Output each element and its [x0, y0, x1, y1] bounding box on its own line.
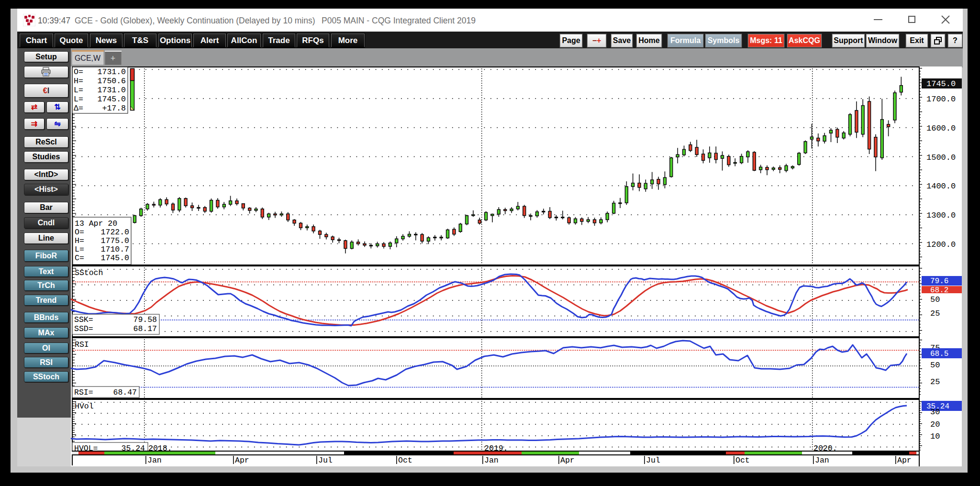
svg-text:Apr: Apr: [897, 456, 912, 465]
svg-text:Apr: Apr: [560, 456, 575, 465]
svg-text:68.5: 68.5: [930, 350, 948, 358]
svg-text:+: +: [111, 54, 116, 63]
svg-text:GCE,W: GCE,W: [75, 54, 101, 62]
svg-text:1722.0: 1722.0: [101, 228, 129, 237]
svg-text:Oct: Oct: [735, 456, 750, 465]
svg-text:C=: C=: [75, 254, 84, 263]
svg-text:H=: H=: [74, 77, 83, 86]
svg-text:SSD=: SSD=: [74, 324, 93, 333]
svg-text:1400.0: 1400.0: [926, 182, 956, 191]
svg-text:50: 50: [930, 295, 940, 304]
svg-text:RSI: RSI: [75, 340, 89, 349]
svg-text:68.17: 68.17: [133, 324, 157, 333]
svg-text:Jul: Jul: [318, 456, 333, 465]
svg-text:1745.0: 1745.0: [926, 79, 956, 88]
svg-text:+17.8: +17.8: [102, 104, 126, 113]
svg-text:79.58: 79.58: [133, 315, 157, 324]
svg-text:1710.7: 1710.7: [101, 245, 129, 254]
svg-text:25: 25: [930, 309, 940, 318]
svg-text:1731.0: 1731.0: [98, 86, 126, 95]
svg-text:1731.0: 1731.0: [98, 67, 126, 77]
svg-text:HVol: HVol: [75, 402, 94, 411]
svg-text:20: 20: [930, 420, 940, 429]
svg-text:1745.0: 1745.0: [98, 95, 126, 104]
svg-text:50: 50: [930, 361, 940, 370]
svg-text:1200.0: 1200.0: [926, 240, 956, 249]
svg-text:Jan: Jan: [484, 456, 499, 465]
svg-text:30: 30: [930, 408, 940, 417]
svg-text:1775.0: 1775.0: [101, 236, 129, 245]
svg-text:L=: L=: [74, 95, 83, 104]
svg-text:1500.0: 1500.0: [926, 153, 956, 162]
svg-text:1300.0: 1300.0: [926, 211, 956, 220]
svg-text:1600.0: 1600.0: [926, 124, 956, 133]
svg-text:79.6: 79.6: [930, 277, 948, 286]
svg-text:SStoch: SStoch: [75, 268, 103, 277]
svg-text:RSI=: RSI=: [74, 388, 93, 397]
svg-text:10: 10: [930, 432, 940, 441]
svg-text:1750.6: 1750.6: [98, 77, 126, 86]
svg-text:SSK=: SSK=: [74, 315, 93, 324]
svg-text:Jul: Jul: [646, 456, 660, 465]
svg-text:L=: L=: [74, 86, 83, 95]
svg-text:O=: O=: [74, 67, 83, 77]
svg-text:L=: L=: [75, 245, 84, 254]
svg-text:25: 25: [930, 377, 940, 387]
svg-text:O=: O=: [75, 228, 84, 237]
svg-text:1745.0: 1745.0: [101, 254, 129, 263]
svg-text:H=: H=: [75, 236, 84, 245]
svg-text:Jan: Jan: [147, 456, 162, 465]
svg-text:68.2: 68.2: [930, 286, 948, 295]
svg-text:Oct: Oct: [398, 456, 412, 465]
svg-text:Apr: Apr: [235, 456, 249, 465]
svg-text:68.47: 68.47: [113, 388, 137, 397]
svg-text:Jan: Jan: [815, 456, 829, 465]
svg-text:13 Apr 20: 13 Apr 20: [75, 219, 117, 228]
svg-text:1700.0: 1700.0: [926, 95, 956, 104]
svg-text:Δ=: Δ=: [74, 104, 83, 113]
